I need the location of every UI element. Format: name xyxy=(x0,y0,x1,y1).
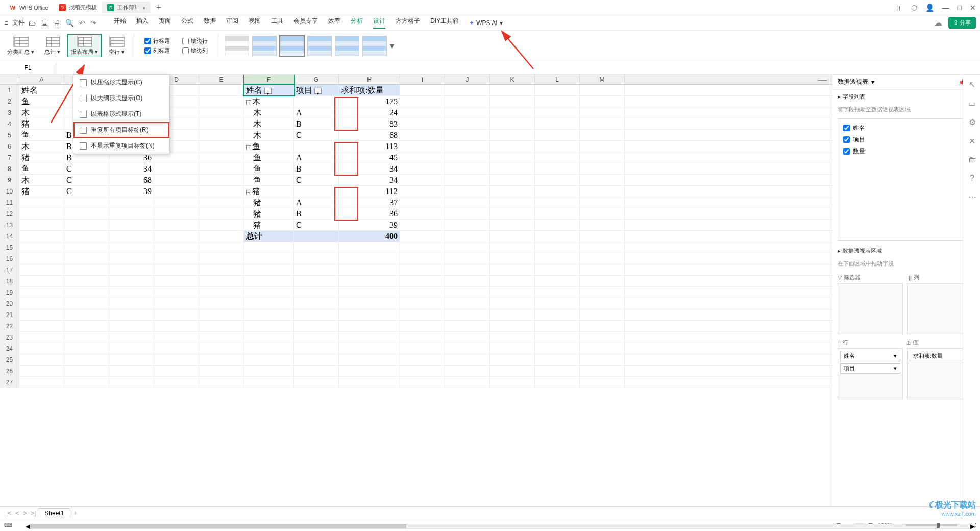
cell[interactable] xyxy=(400,276,445,286)
cell[interactable] xyxy=(199,152,244,163)
cell[interactable] xyxy=(535,354,580,365)
style-swatch[interactable] xyxy=(280,36,304,56)
cell[interactable]: 112 xyxy=(339,186,400,197)
cell[interactable] xyxy=(294,186,339,197)
tab-design[interactable]: 设计 xyxy=(373,17,385,29)
cell[interactable] xyxy=(580,175,625,185)
open-icon[interactable]: 🗁 xyxy=(29,19,36,27)
row-header[interactable]: 20 xyxy=(0,298,19,309)
cell[interactable] xyxy=(294,332,339,343)
cell[interactable] xyxy=(339,309,400,320)
tab-start[interactable]: 开始 xyxy=(114,17,126,29)
cell[interactable] xyxy=(490,332,535,343)
cell[interactable] xyxy=(445,85,490,95)
settings-icon[interactable]: ⚙ xyxy=(969,117,976,127)
tab-workbook[interactable]: S 工作簿1 ● xyxy=(102,2,151,13)
menu-compact-form[interactable]: 以压缩形式显示(C) xyxy=(74,75,169,90)
cell[interactable] xyxy=(445,107,490,118)
cell[interactable] xyxy=(490,298,535,309)
cell[interactable] xyxy=(199,321,244,331)
cell[interactable] xyxy=(445,366,490,376)
cell[interactable] xyxy=(445,220,490,230)
cell[interactable] xyxy=(490,141,535,152)
cell[interactable] xyxy=(154,332,199,343)
cell[interactable] xyxy=(535,163,580,174)
cell[interactable]: 45 xyxy=(339,152,400,163)
cell[interactable] xyxy=(445,231,490,242)
cell[interactable] xyxy=(154,276,199,286)
cell[interactable] xyxy=(199,186,244,197)
cell[interactable]: A xyxy=(294,197,339,208)
cell[interactable] xyxy=(199,107,244,118)
cell[interactable] xyxy=(445,276,490,286)
tab-wps-office[interactable]: W WPS Office xyxy=(4,2,54,13)
check-row-headers[interactable]: 行标题 xyxy=(144,37,170,45)
cell[interactable]: 猪 xyxy=(19,118,64,129)
cell[interactable] xyxy=(19,208,64,219)
cell[interactable] xyxy=(535,264,580,275)
cell[interactable] xyxy=(580,163,625,174)
cell[interactable] xyxy=(490,130,535,140)
cell[interactable] xyxy=(535,366,580,376)
cell[interactable] xyxy=(19,354,64,365)
cell[interactable]: 姓名 xyxy=(19,85,64,95)
cell[interactable] xyxy=(535,276,580,286)
cell[interactable] xyxy=(400,152,445,163)
row-header[interactable]: 6 xyxy=(0,141,19,152)
cell[interactable] xyxy=(445,253,490,264)
cell[interactable] xyxy=(64,343,109,354)
cell[interactable] xyxy=(154,242,199,253)
cell[interactable] xyxy=(64,242,109,253)
cell[interactable] xyxy=(109,197,154,208)
cell[interactable]: 39 xyxy=(109,186,154,197)
cell[interactable] xyxy=(490,287,535,298)
cell[interactable] xyxy=(64,220,109,230)
cell[interactable] xyxy=(490,253,535,264)
cell[interactable] xyxy=(580,197,625,208)
cell[interactable] xyxy=(244,276,294,286)
cell[interactable] xyxy=(199,208,244,219)
cell[interactable] xyxy=(400,197,445,208)
cell[interactable]: C xyxy=(294,220,339,230)
cell[interactable] xyxy=(490,85,535,95)
cell[interactable] xyxy=(490,231,535,242)
cell[interactable] xyxy=(580,321,625,331)
menu-file[interactable]: 文件 xyxy=(12,18,24,27)
sheet-nav-first[interactable]: |< xyxy=(6,510,11,517)
check-banded-rows[interactable]: 镶边行 xyxy=(182,37,208,45)
tab-efficiency[interactable]: 效率 xyxy=(328,17,340,29)
cell[interactable] xyxy=(244,309,294,320)
cell[interactable]: 鱼 xyxy=(19,130,64,140)
col-header-H[interactable]: H xyxy=(339,75,400,84)
cell[interactable]: 鱼 xyxy=(244,152,294,163)
cell[interactable] xyxy=(535,141,580,152)
cell[interactable] xyxy=(199,332,244,343)
row-pill-name[interactable]: 姓名▾ xyxy=(840,351,900,361)
layers-icon[interactable]: ▭ xyxy=(968,99,976,108)
cell[interactable] xyxy=(244,264,294,275)
cell[interactable] xyxy=(580,366,625,376)
cell[interactable] xyxy=(19,321,64,331)
cell[interactable] xyxy=(445,309,490,320)
cell[interactable] xyxy=(490,377,535,388)
tools-icon[interactable]: ✕ xyxy=(969,136,975,146)
ribbon-grandtotal[interactable]: 总计 ▾ xyxy=(41,35,63,57)
cell[interactable] xyxy=(294,298,339,309)
cell[interactable] xyxy=(535,130,580,140)
style-swatch[interactable] xyxy=(252,36,277,56)
cell[interactable] xyxy=(64,321,109,331)
cell[interactable] xyxy=(535,175,580,185)
cell[interactable] xyxy=(400,141,445,152)
cell[interactable] xyxy=(294,264,339,275)
cell[interactable]: 175 xyxy=(339,96,400,107)
cell[interactable] xyxy=(244,366,294,376)
row-header[interactable]: 22 xyxy=(0,321,19,331)
cell[interactable] xyxy=(109,208,154,219)
row-header[interactable]: 21 xyxy=(0,309,19,320)
cell[interactable] xyxy=(490,197,535,208)
menu-no-repeat-labels[interactable]: 不显示重复项目标签(N) xyxy=(74,138,169,154)
select-all-corner[interactable] xyxy=(0,75,19,84)
cell[interactable] xyxy=(580,377,625,388)
cell[interactable] xyxy=(199,298,244,309)
cell[interactable]: C xyxy=(294,175,339,185)
